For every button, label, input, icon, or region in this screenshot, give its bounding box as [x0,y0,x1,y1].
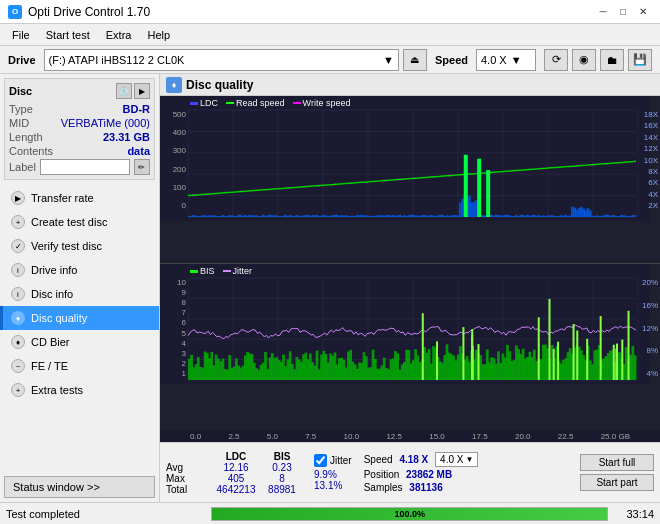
col-empty [166,451,210,462]
verify-test-disc-icon: ✓ [11,239,25,253]
disc-quality-title: Disc quality [186,78,253,92]
disc-mid-value: VERBATiMe (000) [61,117,150,129]
disc-quality-icon: ♦ [11,311,25,325]
col-bis: BIS [262,451,302,462]
elapsed-time: 33:14 [616,508,654,520]
disc-icons: 💿 ▶ [116,83,150,99]
disc-label-btn[interactable]: ✏ [134,159,150,175]
menu-file[interactable]: File [4,27,38,43]
max-bis: 8 [262,473,302,484]
position-row: Position 23862 MB [364,469,479,480]
disc-mid-row: MID VERBATiMe (000) [9,117,150,129]
speed-position-section: Speed 4.18 X 4.0 X ▼ Position 23862 MB S… [364,452,479,493]
drive-dropdown[interactable]: (F:) ATAPI iHBS112 2 CL0K ▼ [44,49,399,71]
drive-select: (F:) ATAPI iHBS112 2 CL0K ▼ ⏏ [44,49,427,71]
disc-header: Disc 💿 ▶ [9,83,150,99]
action-buttons: Start full Start part [580,454,654,491]
app-title: Opti Drive Control 1.70 [28,5,150,19]
avg-label: Avg [166,462,210,473]
disc-length-label: Length [9,131,43,143]
disc-contents-row: Contents data [9,145,150,157]
stats-main-row: LDC BIS Avg 12.16 0.23 Max 405 8 Total 4… [166,451,654,495]
maximize-button[interactable]: □ [614,3,632,21]
read-speed-legend: Read speed [226,98,285,108]
disc-length-row: Length 23.31 GB [9,131,150,143]
sidebar: Disc 💿 ▶ Type BD-R MID VERBATiMe (000) L… [0,74,160,502]
sidebar-item-transfer-rate[interactable]: ▶ Transfer rate [0,186,159,210]
sidebar-item-verify-test-disc-label: Verify test disc [31,240,102,252]
status-window-button[interactable]: Status window >> [4,476,155,498]
sidebar-item-fe-te-label: FE / TE [31,360,68,372]
sidebar-item-drive-info[interactable]: i Drive info [0,258,159,282]
disc-icon-2[interactable]: ▶ [134,83,150,99]
ldc-legend: LDC [190,98,218,108]
disc-type-row: Type BD-R [9,103,150,115]
top-chart-legend: LDC Read speed Write speed [190,98,350,108]
disc-title: Disc [9,85,32,97]
jitter-legend: Jitter [223,266,253,276]
stats-bar: LDC BIS Avg 12.16 0.23 Max 405 8 Total 4… [160,442,660,502]
sidebar-item-extra-tests[interactable]: + Extra tests [0,378,159,402]
stats-table: LDC BIS Avg 12.16 0.23 Max 405 8 Total 4… [166,451,302,495]
total-label: Total [166,484,210,495]
jitter-checkbox[interactable] [314,454,327,467]
disc-contents-value: data [127,145,150,157]
eject-button[interactable]: ⏏ [403,49,427,71]
main-layout: Disc 💿 ▶ Type BD-R MID VERBATiMe (000) L… [0,74,660,502]
create-test-disc-icon: + [11,215,25,229]
disc-panel: Disc 💿 ▶ Type BD-R MID VERBATiMe (000) L… [4,78,155,180]
app-icon: O [8,5,22,19]
close-button[interactable]: ✕ [634,3,652,21]
speed-dropdown[interactable]: 4.0 X ▼ [476,49,536,71]
sidebar-item-disc-info-label: Disc info [31,288,73,300]
sidebar-item-verify-test-disc[interactable]: ✓ Verify test disc [0,234,159,258]
sidebar-item-disc-info[interactable]: i Disc info [0,282,159,306]
sidebar-item-cd-bier[interactable]: ♦ CD Bier [0,330,159,354]
menu-extra[interactable]: Extra [98,27,140,43]
bis-legend: BIS [190,266,215,276]
fe-te-icon: ~ [11,359,25,373]
sidebar-item-disc-quality[interactable]: ♦ Disc quality [0,306,159,330]
disc-info-icon: i [11,287,25,301]
sidebar-item-disc-quality-label: Disc quality [31,312,87,324]
bottom-y-axis-right: 20%16%12%8%4% [642,278,658,378]
top-chart: LDC Read speed Write speed 18X16X14X12X1… [160,96,660,264]
drive-info-icon: i [11,263,25,277]
write-speed-legend: Write speed [293,98,351,108]
drive-bar: Drive (F:) ATAPI iHBS112 2 CL0K ▼ ⏏ Spee… [0,46,660,74]
speed-select[interactable]: 4.0 X ▼ [435,452,478,467]
menu-start-test[interactable]: Start test [38,27,98,43]
speed-label: Speed [435,54,468,66]
col-ldc: LDC [212,451,260,462]
drive-icon-4[interactable]: 💾 [628,49,652,71]
sidebar-item-create-test-disc[interactable]: + Create test disc [0,210,159,234]
sidebar-nav: ▶ Transfer rate + Create test disc ✓ Ver… [0,186,159,402]
start-part-button[interactable]: Start part [580,474,654,491]
drive-icon-2[interactable]: ◉ [572,49,596,71]
drive-icon-1[interactable]: ⟳ [544,49,568,71]
disc-label-input[interactable] [40,159,130,175]
titlebar-left: O Opti Drive Control 1.70 [8,5,150,19]
cd-bier-icon: ♦ [11,335,25,349]
drive-icon-3[interactable]: 🖿 [600,49,624,71]
disc-icon-1[interactable]: 💿 [116,83,132,99]
menu-help[interactable]: Help [139,27,178,43]
minimize-button[interactable]: ─ [594,3,612,21]
progress-bar: 100.0% [211,507,608,521]
disc-label-row: Label ✏ [9,159,150,175]
start-full-button[interactable]: Start full [580,454,654,471]
sidebar-item-create-test-disc-label: Create test disc [31,216,107,228]
content-area: ♦ Disc quality LDC Read speed [160,74,660,502]
status-text: Test completed [6,508,203,520]
jitter-label: Jitter [330,455,352,466]
disc-type-label: Type [9,103,33,115]
drive-label: Drive [8,54,36,66]
avg-ldc: 12.16 [212,462,260,473]
max-label: Max [166,473,210,484]
extra-tests-icon: + [11,383,25,397]
statusbar: Test completed 100.0% 33:14 [0,502,660,524]
menubar: File Start test Extra Help [0,24,660,46]
disc-type-value: BD-R [123,103,151,115]
sidebar-item-fe-te[interactable]: ~ FE / TE [0,354,159,378]
avg-bis: 0.23 [262,462,302,473]
